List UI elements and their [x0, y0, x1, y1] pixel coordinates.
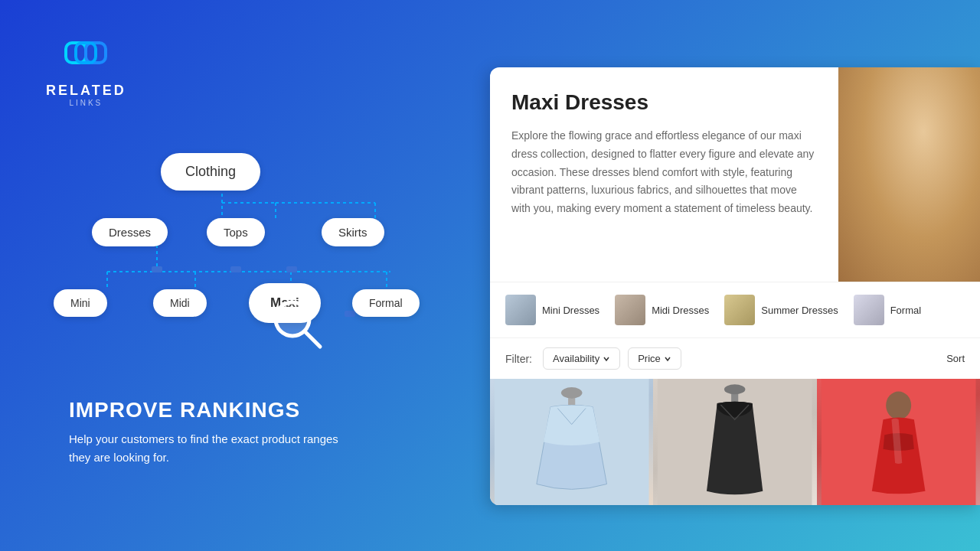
dress-img-3 — [817, 379, 980, 505]
hero-image — [838, 67, 980, 282]
sort-label: Sort — [946, 353, 965, 364]
cat-thumb-mini — [505, 295, 536, 325]
dress-img-2 — [653, 379, 816, 505]
product-card-3[interactable] — [817, 379, 980, 505]
right-panel: Maxi Dresses Explore the flowing grace a… — [490, 67, 980, 505]
product-grid — [490, 379, 980, 505]
node-mini[interactable]: Mini — [54, 289, 107, 317]
magnifier-icon — [268, 295, 329, 356]
cat-label-formal: Formal — [890, 305, 921, 316]
cat-label-summer: Summer Dresses — [761, 305, 838, 316]
sort-area[interactable]: Sort — [946, 353, 965, 364]
cat-summer-dresses[interactable]: Summer Dresses — [724, 295, 838, 325]
node-clothing[interactable]: Clothing — [161, 153, 260, 191]
mindmap: Clothing Dresses Tops Skirts Mini Midi M… — [46, 138, 444, 383]
hero-img-inner — [838, 67, 980, 282]
cat-thumb-midi — [615, 295, 645, 325]
price-filter[interactable]: Price — [628, 347, 681, 370]
availability-label: Availability — [553, 353, 599, 364]
svg-rect-14 — [152, 266, 162, 272]
product-card-1[interactable] — [490, 379, 653, 505]
svg-rect-15 — [230, 266, 241, 272]
chevron-down-icon — [664, 355, 671, 363]
page-title: Maxi Dresses — [511, 90, 817, 115]
node-formal[interactable]: Formal — [352, 289, 420, 317]
svg-point-29 — [886, 392, 911, 420]
svg-rect-19 — [345, 311, 355, 317]
node-dresses[interactable]: Dresses — [92, 218, 168, 246]
logo-icon — [63, 31, 109, 77]
cat-mini-dresses[interactable]: Mini Dresses — [505, 295, 599, 325]
node-midi[interactable]: Midi — [153, 289, 207, 317]
cta-title: IMPROVE RANKINGS — [69, 398, 360, 422]
cat-label-midi: Midi Dresses — [652, 305, 709, 316]
logo-area: RELATED LINKS — [46, 31, 126, 107]
node-skirts[interactable]: Skirts — [322, 218, 384, 246]
left-panel: RELATED LINKS — [0, 0, 490, 551]
bottom-cta: IMPROVE RANKINGS Help your customers to … — [46, 398, 360, 467]
cat-midi-dresses[interactable]: Midi Dresses — [615, 295, 709, 325]
svg-rect-16 — [286, 266, 297, 272]
price-label: Price — [638, 353, 661, 364]
logo-subtitle: LINKS — [69, 99, 103, 107]
svg-point-24 — [561, 387, 583, 399]
cat-thumb-summer — [724, 295, 755, 325]
svg-point-27 — [724, 384, 746, 394]
page-description: Explore the flowing grace and effortless… — [511, 127, 817, 218]
filter-bar: Filter: Availability Price Sort — [490, 338, 980, 379]
cat-thumb-formal — [854, 295, 884, 325]
logo-title: RELATED — [46, 83, 126, 99]
top-section: Maxi Dresses Explore the flowing grace a… — [490, 67, 980, 282]
svg-line-21 — [305, 331, 320, 347]
node-tops[interactable]: Tops — [207, 218, 265, 246]
availability-filter[interactable]: Availability — [543, 347, 620, 370]
chevron-down-icon — [603, 355, 610, 363]
dress-img-1 — [490, 379, 653, 505]
cta-description: Help your customers to find the exact pr… — [69, 430, 360, 467]
cat-label-mini: Mini Dresses — [542, 305, 599, 316]
category-strip: Mini Dresses Midi Dresses Summer Dresses… — [490, 282, 980, 338]
content-area: Maxi Dresses Explore the flowing grace a… — [490, 67, 838, 282]
product-card-2[interactable] — [653, 379, 816, 505]
filter-label: Filter: — [505, 353, 532, 365]
cat-formal-dresses[interactable]: Formal — [854, 295, 921, 325]
